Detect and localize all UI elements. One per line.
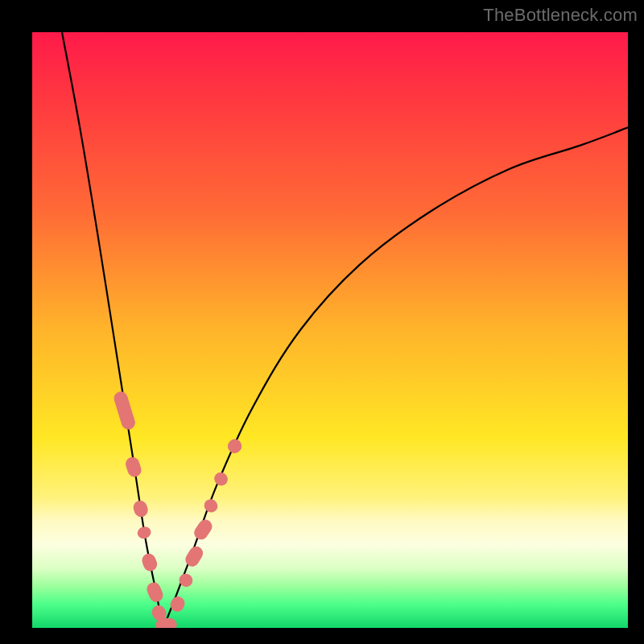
- svg-rect-1: [124, 456, 142, 478]
- data-marker: [124, 456, 142, 478]
- svg-rect-3: [136, 525, 152, 539]
- svg-rect-8: [168, 595, 186, 613]
- svg-rect-14: [225, 437, 244, 456]
- data-marker: [141, 552, 159, 572]
- data-marker: [184, 544, 205, 568]
- svg-rect-7: [156, 618, 176, 628]
- plot-area: [32, 32, 628, 628]
- chart-svg: [32, 32, 628, 628]
- svg-rect-11: [192, 518, 214, 542]
- data-marker: [132, 499, 149, 518]
- svg-rect-13: [213, 470, 230, 488]
- svg-rect-12: [202, 497, 220, 515]
- svg-rect-5: [145, 580, 164, 603]
- data-marker: [202, 497, 220, 515]
- chart-frame: TheBottleneck.com: [0, 0, 644, 644]
- watermark-text: TheBottleneck.com: [483, 5, 638, 26]
- curve-left-arm: [62, 32, 163, 628]
- data-marker: [156, 618, 176, 628]
- svg-rect-0: [113, 390, 136, 431]
- data-marker: [113, 390, 136, 431]
- data-marker: [225, 437, 244, 456]
- data-marker: [192, 518, 214, 542]
- data-marker: [213, 470, 230, 488]
- svg-rect-10: [184, 544, 205, 568]
- markers-group: [113, 390, 244, 628]
- data-marker: [136, 525, 152, 539]
- curve-right-arm: [163, 127, 628, 628]
- data-marker: [145, 580, 164, 603]
- svg-rect-2: [132, 499, 149, 518]
- data-marker: [168, 595, 186, 613]
- curve-group: [62, 32, 628, 628]
- svg-rect-4: [141, 552, 159, 572]
